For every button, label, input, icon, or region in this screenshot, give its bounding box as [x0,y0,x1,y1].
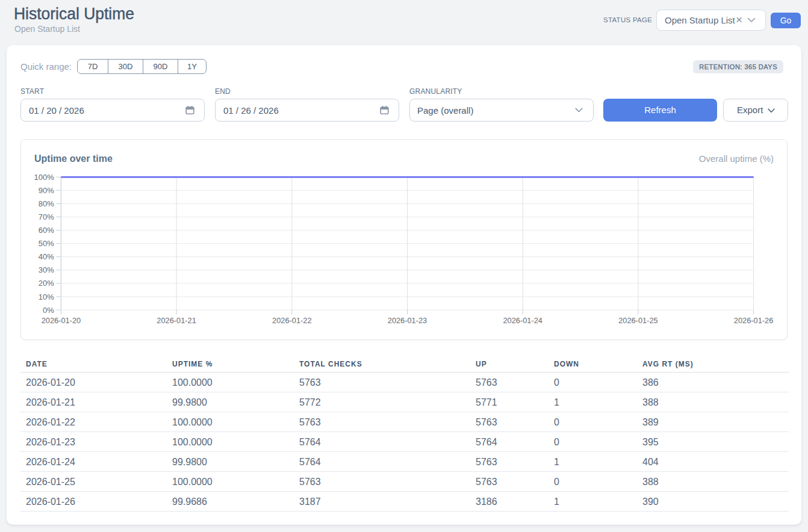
svg-text:40%: 40% [39,252,54,261]
svg-text:80%: 80% [39,199,54,208]
svg-text:50%: 50% [39,239,54,248]
svg-text:2026-01-23: 2026-01-23 [388,316,427,325]
svg-text:2026-01-26: 2026-01-26 [734,316,773,325]
svg-text:2026-01-24: 2026-01-24 [503,316,542,325]
svg-text:70%: 70% [39,212,54,221]
svg-text:20%: 20% [39,279,54,288]
svg-text:2026-01-21: 2026-01-21 [157,316,196,325]
svg-text:10%: 10% [39,292,54,302]
svg-text:100%: 100% [34,173,55,182]
svg-text:90%: 90% [39,186,54,195]
svg-text:2026-01-25: 2026-01-25 [618,316,657,325]
svg-text:0%: 0% [43,306,54,315]
svg-text:60%: 60% [39,226,54,235]
svg-text:30%: 30% [39,265,54,274]
svg-text:2026-01-22: 2026-01-22 [272,316,311,325]
svg-text:2026-01-20: 2026-01-20 [42,316,81,325]
